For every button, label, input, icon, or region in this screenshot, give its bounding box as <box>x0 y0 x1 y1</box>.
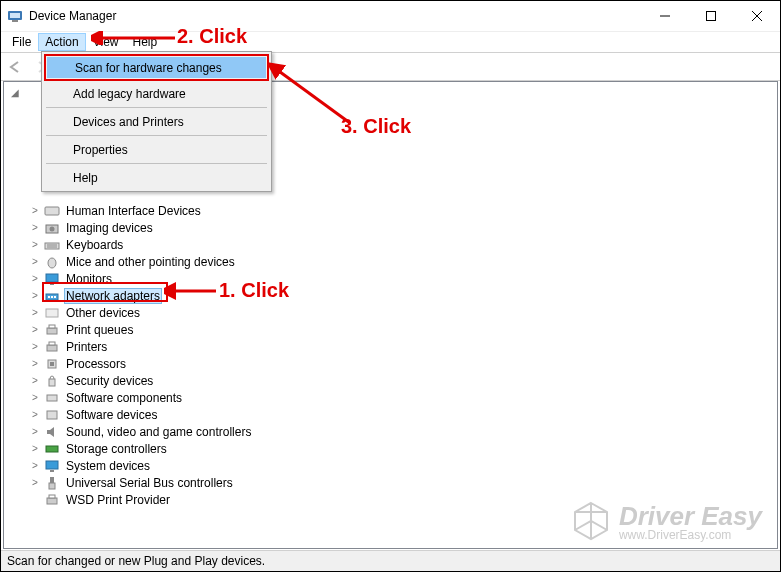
expand-icon[interactable]: > <box>28 290 42 301</box>
tree-item-mice[interactable]: >Mice and other pointing devices <box>8 253 777 270</box>
menu-help[interactable]: Help <box>45 167 268 188</box>
printer-icon <box>44 339 60 355</box>
menu-devices-printers[interactable]: Devices and Printers <box>45 111 268 132</box>
expand-icon[interactable]: > <box>28 324 42 335</box>
svg-rect-36 <box>49 495 55 498</box>
expand-icon[interactable]: > <box>28 358 42 369</box>
expand-icon[interactable]: > <box>28 205 42 216</box>
minimize-button[interactable] <box>642 1 688 31</box>
svg-rect-15 <box>50 283 54 285</box>
tree-item-printers[interactable]: >Printers <box>8 338 777 355</box>
expand-icon[interactable]: > <box>28 443 42 454</box>
network-icon <box>44 288 60 304</box>
expand-icon[interactable]: > <box>28 307 42 318</box>
tree-item-keyboards[interactable]: >Keyboards <box>8 236 777 253</box>
tree-item-printqueues[interactable]: >Print queues <box>8 321 777 338</box>
menu-properties[interactable]: Properties <box>45 139 268 160</box>
menu-separator <box>46 107 267 108</box>
expand-icon[interactable]: > <box>28 477 42 488</box>
expand-icon[interactable]: > <box>28 375 42 386</box>
camera-icon <box>44 220 60 236</box>
menu-scan-hardware[interactable]: Scan for hardware changes <box>47 57 266 78</box>
svg-rect-24 <box>49 342 55 345</box>
svg-rect-17 <box>48 296 50 298</box>
svg-rect-26 <box>50 362 54 366</box>
tree-item-monitors[interactable]: >Monitors <box>8 270 777 287</box>
expand-icon[interactable]: > <box>28 460 42 471</box>
svg-rect-27 <box>49 379 55 386</box>
svg-rect-18 <box>51 296 53 298</box>
expand-icon[interactable]: > <box>28 273 42 284</box>
tree-item-security[interactable]: >Security devices <box>8 372 777 389</box>
sound-icon <box>44 424 60 440</box>
close-button[interactable] <box>734 1 780 31</box>
svg-rect-23 <box>47 345 57 351</box>
svg-rect-20 <box>46 309 58 317</box>
tree-item-system[interactable]: >System devices <box>8 457 777 474</box>
expand-icon[interactable]: ◢ <box>8 87 22 98</box>
svg-rect-30 <box>46 446 58 452</box>
tree-item-sound[interactable]: >Sound, video and game controllers <box>8 423 777 440</box>
hid-icon <box>44 203 60 219</box>
keyboard-icon <box>44 237 60 253</box>
expand-icon[interactable]: > <box>28 341 42 352</box>
app-icon <box>7 8 23 24</box>
menu-view[interactable]: View <box>86 33 126 51</box>
action-menu-dropdown: Scan for hardware changes Add legacy har… <box>41 51 272 192</box>
svg-rect-34 <box>49 483 55 489</box>
menu-file[interactable]: File <box>5 33 38 51</box>
menu-help[interactable]: Help <box>126 33 165 51</box>
cpu-icon <box>44 356 60 372</box>
menu-add-legacy[interactable]: Add legacy hardware <box>45 83 268 104</box>
menu-action[interactable]: Action <box>38 33 85 51</box>
monitor-icon <box>44 271 60 287</box>
status-text: Scan for changed or new Plug and Play de… <box>7 554 265 568</box>
expand-icon[interactable]: > <box>28 256 42 267</box>
menu-separator <box>46 163 267 164</box>
svg-rect-14 <box>46 274 58 282</box>
tree-item-storage[interactable]: >Storage controllers <box>8 440 777 457</box>
maximize-button[interactable] <box>688 1 734 31</box>
tree-item-other[interactable]: >Other devices <box>8 304 777 321</box>
printer-icon <box>44 322 60 338</box>
system-icon <box>44 458 60 474</box>
svg-rect-31 <box>46 461 58 469</box>
svg-rect-32 <box>50 470 54 472</box>
svg-rect-29 <box>47 411 57 419</box>
svg-rect-35 <box>47 498 57 504</box>
storage-icon <box>44 441 60 457</box>
tree-item-swdevices[interactable]: >Software devices <box>8 406 777 423</box>
expand-icon[interactable]: > <box>28 409 42 420</box>
usb-icon <box>44 475 60 491</box>
menubar: File Action View Help <box>1 32 780 53</box>
security-icon <box>44 373 60 389</box>
expand-icon[interactable]: > <box>28 426 42 437</box>
software-icon <box>44 407 60 423</box>
other-icon <box>44 305 60 321</box>
tree-item-hid[interactable]: >Human Interface Devices <box>8 202 777 219</box>
svg-rect-22 <box>49 325 55 328</box>
printer-icon <box>44 492 60 508</box>
tree-item-swcomponents[interactable]: >Software components <box>8 389 777 406</box>
svg-point-9 <box>50 226 55 231</box>
svg-rect-33 <box>50 477 54 483</box>
expand-icon[interactable]: > <box>28 392 42 403</box>
svg-rect-28 <box>47 395 57 401</box>
expand-icon[interactable]: > <box>28 222 42 233</box>
svg-rect-4 <box>707 12 716 21</box>
svg-rect-21 <box>47 328 57 334</box>
statusbar: Scan for changed or new Plug and Play de… <box>1 550 780 571</box>
app-window: Device Manager File Action View Help ◢ >… <box>0 0 781 572</box>
back-button[interactable] <box>5 56 27 78</box>
mouse-icon <box>44 254 60 270</box>
tree-item-wsd[interactable]: >WSD Print Provider <box>8 491 777 508</box>
tree-item-network-adapters[interactable]: >Network adapters <box>8 287 777 304</box>
tree-item-imaging[interactable]: >Imaging devices <box>8 219 777 236</box>
tree-item-usb[interactable]: >Universal Serial Bus controllers <box>8 474 777 491</box>
component-icon <box>44 390 60 406</box>
svg-rect-1 <box>10 13 20 18</box>
expand-icon[interactable]: > <box>28 239 42 250</box>
svg-rect-7 <box>45 207 59 215</box>
tree-item-processors[interactable]: >Processors <box>8 355 777 372</box>
svg-point-13 <box>48 258 56 268</box>
